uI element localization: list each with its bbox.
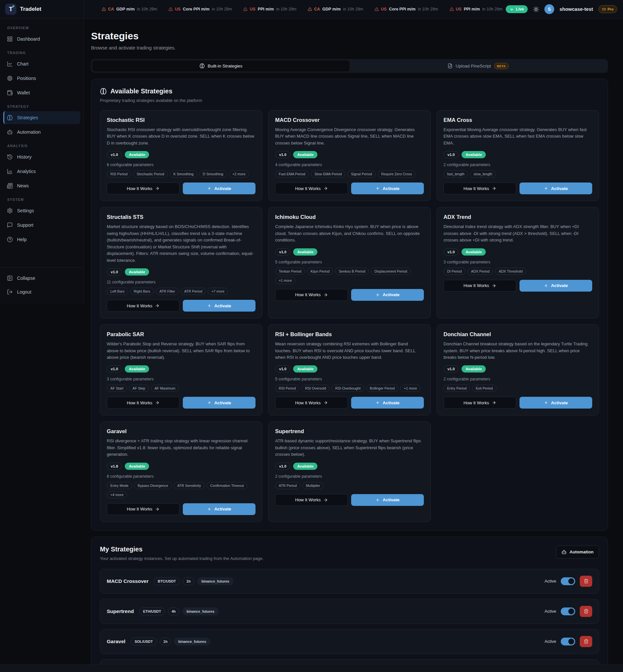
activate-button[interactable]: Activate <box>520 182 592 194</box>
plus-icon <box>544 400 548 405</box>
version-badge: v1.8 <box>107 463 122 470</box>
instance-name: Garavel <box>107 639 125 644</box>
param-chip: D Smoothing <box>199 170 227 178</box>
how-it-works-button[interactable]: How It Works <box>107 503 179 515</box>
strategy-card: Structalis STS Market structure strategy… <box>100 207 262 319</box>
activate-button[interactable]: Activate <box>351 182 424 194</box>
username[interactable]: showcase-test <box>560 6 593 12</box>
timeframe-chip: 1h <box>160 638 171 645</box>
activate-button[interactable]: Activate <box>351 397 424 409</box>
page-subtitle: Browse and activate trading strategies. <box>91 45 608 51</box>
how-it-works-button[interactable]: How It Works <box>107 300 179 312</box>
card-actions: How It Works Activate <box>107 300 256 312</box>
activate-button[interactable]: Activate <box>183 503 256 515</box>
param-chip: ATR Sensitivity <box>174 482 204 489</box>
how-it-works-button[interactable]: How It Works <box>444 397 516 409</box>
sidebar-item-help[interactable]: Help <box>3 233 80 246</box>
activate-button[interactable]: Activate <box>351 289 424 301</box>
history-clock-icon <box>7 154 13 160</box>
version-badge: v1.0 <box>107 365 122 373</box>
sidebar-item-wallet[interactable]: Wallet <box>3 86 80 99</box>
activate-button[interactable]: Activate <box>183 300 256 312</box>
activate-button[interactable]: Activate <box>520 280 592 292</box>
card-actions: How It Works Activate <box>107 503 256 515</box>
sidebar-item-history[interactable]: History <box>3 150 80 164</box>
strategy-description: ATR-based dynamic support/resistance str… <box>275 438 424 458</box>
delete-strategy-button[interactable] <box>580 606 592 617</box>
param-chip: ATR Period <box>180 288 206 295</box>
how-it-works-button[interactable]: How It Works <box>275 289 348 301</box>
tab-upload-pinescript[interactable]: Upload PineScript BETA <box>350 60 606 71</box>
how-it-works-button[interactable]: How It Works <box>275 182 348 194</box>
ticker-country: CA <box>108 7 114 11</box>
how-it-works-button[interactable]: How It Works <box>444 182 516 194</box>
status-badge: Available <box>462 249 486 256</box>
arrow-right-icon <box>492 186 496 191</box>
logout-button[interactable]: Logout <box>3 285 80 298</box>
param-chip: Fast EMA Period <box>275 170 309 178</box>
sidebar-item-automation[interactable]: Automation <box>3 125 80 139</box>
params-count-label: 3 configurable parameters <box>107 377 154 381</box>
param-chip: Kijun Period <box>307 268 333 275</box>
params-count-label: 2 configurable parameters <box>444 377 490 381</box>
params-count-label: 6 configurable parameters <box>107 163 154 167</box>
sidebar-item-analytics[interactable]: Analytics <box>3 165 80 178</box>
strategy-title: EMA Cross <box>444 117 472 123</box>
section-label-system: SYSTEM <box>7 198 84 202</box>
delete-strategy-button[interactable] <box>580 576 592 587</box>
strategy-title: RSI + Bollinger Bands <box>275 331 332 338</box>
how-it-works-button[interactable]: How It Works <box>444 280 516 292</box>
automation-button[interactable]: Automation <box>556 546 599 559</box>
how-it-works-button[interactable]: How It Works <box>107 397 179 409</box>
warning-triangle-icon <box>101 7 106 11</box>
target-icon <box>7 75 13 81</box>
params-count-label: 8 configurable parameters <box>107 474 154 479</box>
active-toggle[interactable] <box>561 638 575 645</box>
param-chips: DI PeriodADX PeriodADX Threshold <box>444 268 526 275</box>
brand-name: Tradelet <box>20 6 41 12</box>
tab-built-in-strategies[interactable]: Built-in Strategies <box>92 60 350 71</box>
activate-button[interactable]: Activate <box>351 494 424 506</box>
activate-button[interactable]: Activate <box>183 182 256 194</box>
file-code-icon <box>447 63 453 68</box>
avatar[interactable]: S <box>544 4 554 14</box>
how-it-works-button[interactable]: How It Works <box>275 397 348 409</box>
sidebar-item-settings[interactable]: Settings <box>3 204 80 217</box>
arrow-right-icon <box>323 186 328 191</box>
strategy-card: Parabolic SAR Wilder's Parabolic Stop an… <box>100 324 262 415</box>
sidebar-item-news[interactable]: News <box>3 179 80 192</box>
status-badge: Available <box>125 268 149 275</box>
plus-icon <box>207 400 212 405</box>
activate-button[interactable]: Activate <box>183 397 256 409</box>
param-chip: ATR Filter <box>156 288 179 295</box>
strategy-card: ADX Trend Directional Index trend strate… <box>437 207 599 319</box>
strategy-title: MACD Crossover <box>275 117 320 123</box>
exchange-chip: binance_futures <box>174 638 210 645</box>
ticker-item: US PPI m/m in 10h 29m <box>243 7 296 11</box>
arrow-right-icon <box>492 284 496 288</box>
how-it-works-button[interactable]: How It Works <box>107 182 179 194</box>
param-chip: Bypass Divergence <box>134 482 172 489</box>
delete-strategy-button[interactable] <box>580 636 592 647</box>
how-it-works-button[interactable]: How It Works <box>275 494 348 506</box>
param-chip: AF Maximum <box>151 385 179 392</box>
param-chips: Entry PeriodExit Period <box>444 385 497 392</box>
sidebar-item-support[interactable]: Support <box>3 218 80 232</box>
active-toggle[interactable] <box>561 608 575 615</box>
sidebar-item-strategies[interactable]: Strategies <box>3 111 80 124</box>
sidebar-item-positions[interactable]: Positions <box>3 72 80 85</box>
arrow-right-icon <box>492 400 496 405</box>
active-toggle[interactable] <box>561 577 575 585</box>
activate-button[interactable]: Activate <box>520 397 592 409</box>
strategy-description: Stochastic RSI crossover strategy with o… <box>107 126 256 146</box>
sidebar-item-chart[interactable]: Chart <box>3 57 80 70</box>
ticker-country: US <box>175 7 180 11</box>
strategy-description: Market structure strategy based on BOS/C… <box>107 224 256 264</box>
params-count-label: 11 configurable parameters <box>107 280 156 284</box>
version-badge: v1.0 <box>275 365 290 373</box>
collapse-sidebar-button[interactable]: Collapse <box>3 272 80 285</box>
sidebar-item-dashboard[interactable]: Dashboard <box>3 32 80 46</box>
theme-toggle-button[interactable] <box>533 6 539 12</box>
brand: T Tradelet <box>0 0 84 18</box>
param-chip: Confirmation Timeout <box>207 482 248 489</box>
